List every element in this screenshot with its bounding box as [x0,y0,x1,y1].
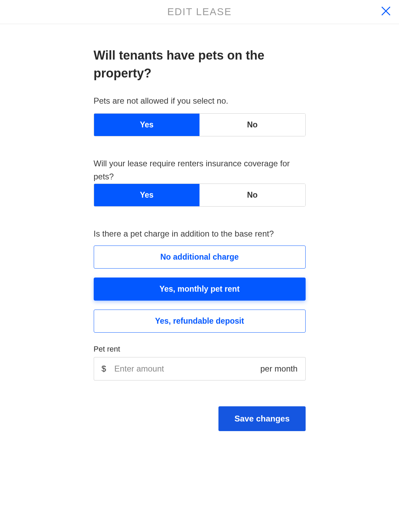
charge-deposit-button[interactable]: Yes, refundable deposit [94,310,306,333]
pet-rent-label: Pet rent [94,345,306,354]
pet-rent-unit: per month [260,364,297,374]
pet-rent-input-wrapper: $ per month [94,357,306,380]
modal-header: EDIT LEASE [0,0,399,24]
pets-yes-button[interactable]: Yes [94,114,200,136]
charge-none-button[interactable]: No additional charge [94,246,306,269]
insurance-yes-button[interactable]: Yes [94,184,200,206]
insurance-question: Will your lease require renters insuranc… [94,157,306,182]
currency-symbol: $ [102,364,106,374]
pets-question-subtitle: Pets are not allowed if you select no. [94,96,306,106]
charge-question: Is there a pet charge in addition to the… [94,227,306,240]
charge-monthly-button[interactable]: Yes, monthly pet rent [94,278,306,301]
insurance-no-button[interactable]: No [200,184,305,206]
pets-toggle-group: Yes No [94,113,306,136]
close-icon[interactable] [380,6,391,17]
save-changes-button[interactable]: Save changes [218,406,305,431]
modal-footer: Save changes [94,406,306,431]
charge-options: No additional charge Yes, monthly pet re… [94,246,306,333]
modal-title: EDIT LEASE [167,6,232,18]
pet-rent-field: Pet rent $ per month [94,345,306,380]
modal-content: Will tenants have pets on the property? … [94,24,306,380]
insurance-toggle-group: Yes No [94,184,306,207]
pets-question-heading: Will tenants have pets on the property? [94,46,306,82]
pets-no-button[interactable]: No [200,114,305,136]
pet-rent-input[interactable] [114,364,260,374]
